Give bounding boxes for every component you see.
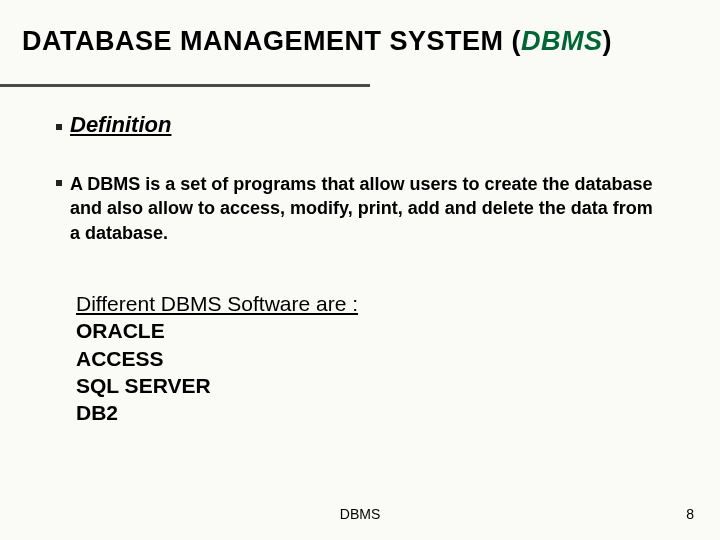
bullet-icon <box>56 124 62 130</box>
title-prefix: DATABASE MANAGEMENT SYSTEM ( <box>22 26 521 56</box>
slide-title: DATABASE MANAGEMENT SYSTEM (DBMS) <box>22 26 698 57</box>
bullet-icon <box>56 180 62 186</box>
definition-text: A DBMS is a set of programs that allow u… <box>70 172 660 245</box>
slide: DATABASE MANAGEMENT SYSTEM (DBMS) Defini… <box>0 0 720 540</box>
software-item: DB2 <box>76 399 358 426</box>
software-item: ACCESS <box>76 345 358 372</box>
title-underline <box>0 84 370 87</box>
software-item: ORACLE <box>76 317 358 344</box>
footer-label: DBMS <box>0 506 720 522</box>
section-heading: Definition <box>70 112 171 138</box>
software-block: Different DBMS Software are : ORACLE ACC… <box>76 290 358 426</box>
page-number: 8 <box>686 506 694 522</box>
software-heading: Different DBMS Software are : <box>76 290 358 317</box>
software-item: SQL SERVER <box>76 372 358 399</box>
title-suffix: ) <box>603 26 613 56</box>
title-emphasis: DBMS <box>521 26 603 56</box>
